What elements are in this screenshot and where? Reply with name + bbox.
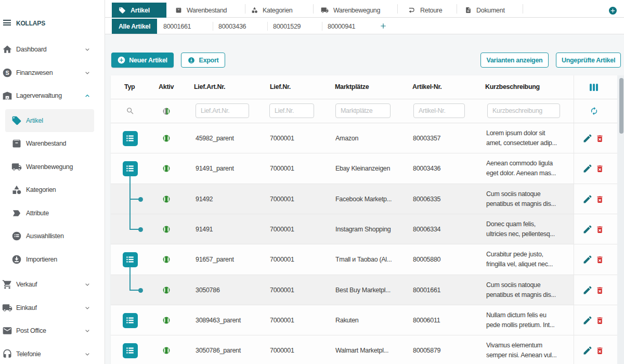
svg-text:S: S <box>6 69 9 75</box>
